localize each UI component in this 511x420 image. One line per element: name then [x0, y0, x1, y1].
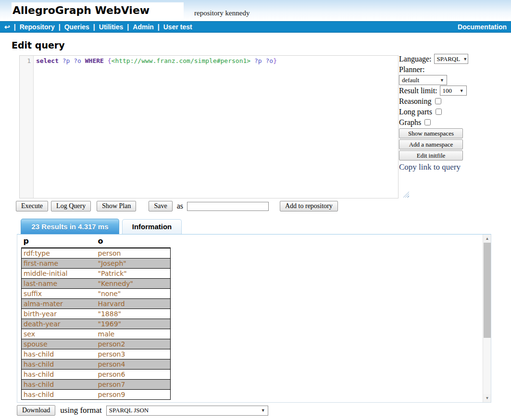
results-tabbar: 23 Results in 4.317 ms Information [21, 219, 182, 234]
add-to-repository-button[interactable]: Add to repository [280, 201, 338, 211]
code-token: ?p [62, 57, 70, 64]
table-row[interactable]: has-childperson7 [22, 380, 171, 390]
table-row[interactable]: first-name"Joseph" [22, 259, 171, 269]
table-cell: birth-year [22, 309, 96, 319]
nav-item-user-test[interactable]: User test [163, 23, 192, 31]
column-header-o[interactable]: o [96, 236, 171, 248]
page-header: AllegroGraph WebView repository kennedy [0, 0, 511, 21]
code-token: select [36, 57, 59, 64]
table-cell: person7 [96, 380, 171, 390]
nav-items: ↩ |Repository|Queries|Utilities|Admin|Us… [4, 23, 192, 31]
code-token: ?o [265, 57, 273, 64]
download-bar: Download using format SPARQL JSON ▼ [17, 405, 268, 416]
nav-item-admin[interactable]: Admin [133, 23, 154, 31]
table-cell: person6 [96, 370, 171, 380]
table-row[interactable]: alma-materHarvard [22, 299, 171, 309]
code-token [81, 57, 85, 64]
results-table-body: rdf:typepersonfirst-name"Joseph"middle-i… [22, 248, 171, 400]
table-cell: person9 [96, 390, 171, 400]
reasoning-checkbox[interactable] [435, 98, 441, 104]
save-name-input[interactable] [187, 202, 269, 211]
table-row[interactable]: birth-year"1888" [22, 309, 171, 319]
download-format-value: SPARQL JSON [109, 407, 149, 414]
table-row[interactable]: rdf:typeperson [22, 248, 171, 259]
nav-separator: | [59, 23, 61, 31]
table-cell: "Patrick" [96, 269, 171, 279]
table-row[interactable]: last-name"Kennedy" [22, 279, 171, 289]
table-cell: "1888" [96, 309, 171, 319]
nav-separator: | [158, 23, 160, 31]
code-token: ?p [254, 57, 262, 64]
save-button[interactable]: Save [149, 201, 172, 211]
code-token: <http://www.franz.com/simple#person1> [112, 57, 251, 64]
table-cell: sex [22, 329, 96, 339]
scrollbar-thumb[interactable] [484, 243, 491, 338]
table-cell: has-child [22, 370, 96, 380]
show-namespaces-button[interactable]: Show namespaces [399, 128, 463, 138]
download-format-select[interactable]: SPARQL JSON ▼ [106, 406, 268, 416]
code-line[interactable]: select ?p ?o WHERE {<http://www.franz.co… [34, 56, 277, 198]
download-button[interactable]: Download [17, 405, 55, 416]
nav-item-queries[interactable]: Queries [64, 23, 89, 31]
results-scrollbar[interactable]: ▲ ▼ [483, 235, 491, 402]
nav-separator: | [93, 23, 95, 31]
table-cell: alma-mater [22, 299, 96, 309]
code-token: ?o [74, 57, 81, 64]
scroll-up-icon[interactable]: ▲ [483, 235, 491, 243]
copy-link-to-query-link[interactable]: Copy link to query [399, 162, 511, 172]
code-token [250, 57, 254, 64]
repository-label: repository kennedy [194, 9, 249, 17]
chevron-down-icon: ▼ [460, 88, 464, 93]
table-cell: "none" [96, 289, 171, 299]
table-cell: person2 [96, 339, 171, 349]
long-parts-checkbox[interactable] [436, 109, 442, 115]
scroll-down-icon[interactable]: ▼ [483, 394, 491, 402]
query-editor[interactable]: 1 select ?p ?o WHERE {<http://www.franz.… [19, 55, 399, 198]
table-cell: person3 [96, 349, 171, 359]
tab-information[interactable]: Information [122, 219, 182, 234]
results-panel: p o rdf:typepersonfirst-name"Joseph"midd… [17, 234, 491, 403]
allegrograph-webview-page: AllegroGraph WebView repository kennedy … [0, 0, 511, 420]
result-limit-select[interactable]: 100 ▼ [440, 86, 467, 96]
planner-select[interactable]: default ▼ [399, 75, 447, 85]
table-row[interactable]: suffix"none" [22, 289, 171, 299]
graphs-row: Graphs [399, 117, 511, 127]
edit-initfile-button[interactable]: Edit initfile [399, 150, 463, 161]
log-query-button[interactable]: Log Query [51, 201, 91, 211]
language-row: Language: SPARQL ▼ [399, 54, 511, 64]
graphs-checkbox[interactable] [424, 119, 431, 125]
table-row[interactable]: has-childperson3 [22, 349, 171, 359]
language-select[interactable]: SPARQL ▼ [434, 54, 468, 64]
using-format-label: using format [60, 406, 101, 415]
table-cell: person4 [96, 359, 171, 370]
nav-separator: | [127, 23, 129, 31]
result-limit-value: 100 [443, 87, 452, 95]
back-arrow-icon[interactable]: ↩ [4, 23, 10, 31]
table-row[interactable]: has-childperson4 [22, 359, 171, 370]
add-namespace-button[interactable]: Add a namespace [399, 139, 463, 149]
table-row[interactable]: middle-initial"Patrick" [22, 269, 171, 279]
nav-item-repository[interactable]: Repository [20, 23, 55, 31]
line-number: 1 [27, 57, 31, 64]
language-label: Language: [399, 55, 432, 63]
table-row[interactable]: has-childperson6 [22, 370, 171, 380]
table-cell: suffix [22, 289, 96, 299]
table-row[interactable]: has-childperson9 [22, 390, 171, 400]
table-row[interactable]: death-year"1969" [22, 319, 171, 329]
tab-results[interactable]: 23 Results in 4.317 ms [21, 219, 119, 234]
table-cell: "Kennedy" [96, 279, 171, 289]
table-row[interactable]: sexmale [22, 329, 171, 339]
editor-line-gutter: 1 [20, 56, 34, 198]
documentation-link[interactable]: Documentation [458, 23, 507, 31]
table-cell: male [96, 329, 171, 339]
planner-value: default [402, 76, 419, 84]
table-row[interactable]: spouseperson2 [22, 339, 171, 349]
column-header-p[interactable]: p [22, 236, 96, 248]
editor-resize-handle[interactable] [403, 191, 409, 198]
execute-button[interactable]: Execute [16, 201, 48, 211]
show-plan-button[interactable]: Show Plan [97, 201, 136, 211]
table-cell: "Joseph" [96, 259, 171, 269]
nav-item-utilities[interactable]: Utilities [99, 23, 124, 31]
chevron-down-icon: ▼ [261, 408, 265, 413]
table-cell: has-child [22, 390, 96, 400]
